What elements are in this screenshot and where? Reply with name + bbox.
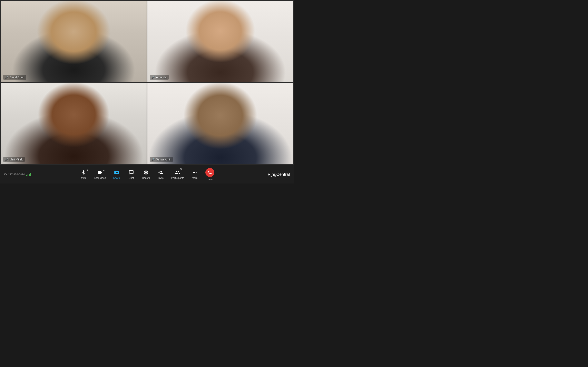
leave-icon bbox=[208, 170, 212, 175]
invite-label: Invite bbox=[158, 176, 164, 179]
stop-video-icon-wrap: ▲ bbox=[98, 169, 103, 176]
signal-strength bbox=[26, 173, 31, 176]
record-icon bbox=[143, 170, 149, 175]
toolbar: ID: 237-956-0884 ▲ Mute bbox=[0, 165, 294, 184]
participant-label-sanaa: 🎤 Sanaa Amir bbox=[150, 157, 173, 162]
video-tile-david: 🎤 David Chun bbox=[1, 1, 147, 82]
participants-label: Participants bbox=[171, 176, 184, 179]
invite-button[interactable]: Invite bbox=[154, 168, 167, 181]
video-tile-mari: 🎤 Mari Mirek bbox=[1, 83, 147, 164]
share-label: Share bbox=[113, 176, 120, 179]
mute-label: Mute bbox=[81, 176, 86, 179]
leave-button[interactable]: Leave bbox=[203, 167, 217, 182]
share-icon bbox=[114, 170, 119, 175]
stop-video-chevron: ▲ bbox=[103, 169, 105, 171]
signal-bar-3 bbox=[29, 174, 30, 176]
signal-bar-1 bbox=[26, 175, 27, 176]
leave-icon-wrap bbox=[205, 168, 214, 177]
svg-point-1 bbox=[145, 171, 147, 174]
video-grid: 🎤 David Chun 🎤 Amanda 🎤 Mari Mirek 🎤 San… bbox=[0, 0, 294, 165]
mute-button[interactable]: ▲ Mute bbox=[77, 168, 90, 181]
participant-name-david: David Chun bbox=[9, 76, 24, 79]
chat-button[interactable]: Chat bbox=[125, 168, 138, 181]
record-icon-wrap bbox=[143, 169, 149, 176]
participant-label-david: 🎤 David Chun bbox=[3, 75, 26, 80]
mic-icon-mari: 🎤 bbox=[5, 158, 8, 161]
participant-label-mari: 🎤 Mari Mirek bbox=[3, 157, 25, 162]
participants-count: 5 bbox=[180, 168, 182, 170]
chat-icon-wrap bbox=[129, 169, 134, 176]
branding: RingCentral bbox=[268, 172, 290, 177]
invite-icon-wrap bbox=[158, 169, 163, 176]
mic-icon-david: 🎤 bbox=[5, 76, 8, 79]
mute-icon bbox=[81, 170, 86, 175]
participants-icon bbox=[175, 170, 180, 175]
participant-label-amanda: 🎤 Amanda bbox=[150, 75, 169, 80]
brand-name: RingCentral bbox=[268, 172, 290, 176]
participant-name-mari: Mari Mirek bbox=[9, 158, 23, 161]
participant-name-amanda: Amanda bbox=[156, 76, 167, 79]
more-button[interactable]: More bbox=[188, 168, 201, 181]
meeting-id-text: ID: 237-956-0884 bbox=[4, 173, 25, 176]
chat-icon bbox=[129, 170, 134, 175]
record-button[interactable]: Record bbox=[139, 168, 153, 181]
video-tile-sanaa: 🎤 Sanaa Amir bbox=[147, 83, 293, 164]
mic-icon-sanaa: 🎤 bbox=[151, 158, 155, 161]
stop-video-icon bbox=[98, 170, 103, 175]
stop-video-button[interactable]: ▲ Stop video bbox=[92, 168, 108, 181]
stop-video-label: Stop video bbox=[94, 176, 106, 179]
signal-bar-4 bbox=[30, 173, 31, 176]
invite-icon bbox=[158, 170, 163, 175]
meeting-id: ID: 237-956-0884 bbox=[4, 173, 31, 176]
signal-bar-2 bbox=[27, 174, 28, 176]
share-button[interactable]: Share bbox=[110, 168, 123, 181]
participants-icon-wrap: 5 bbox=[175, 169, 180, 176]
participant-name-sanaa: Sanaa Amir bbox=[156, 158, 171, 161]
mute-chevron: ▲ bbox=[86, 169, 88, 171]
more-icon-wrap bbox=[192, 169, 198, 176]
leave-label: Leave bbox=[207, 178, 213, 181]
participants-button[interactable]: 5 Participants bbox=[169, 168, 187, 181]
toolbar-center: ▲ Mute ▲ Stop video Share bbox=[4, 167, 290, 182]
mic-icon-amanda: 🎤 bbox=[151, 76, 155, 79]
chat-label: Chat bbox=[129, 176, 134, 179]
more-icon bbox=[192, 170, 198, 175]
record-label: Record bbox=[142, 176, 150, 179]
share-icon-wrap bbox=[114, 169, 119, 176]
more-label: More bbox=[192, 176, 198, 179]
video-tile-amanda: 🎤 Amanda bbox=[147, 1, 293, 82]
mute-icon-wrap: ▲ bbox=[81, 169, 86, 176]
